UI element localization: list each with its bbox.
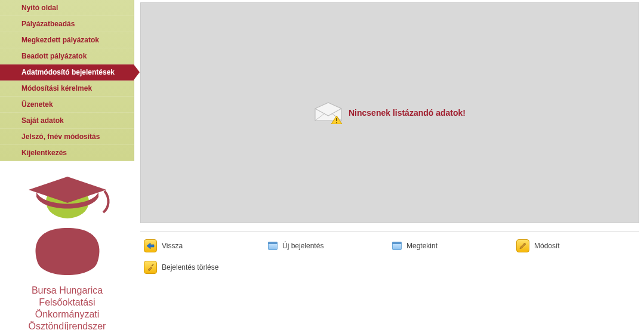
logo-area: Bursa Hungarica Felsőoktatási Önkormányz… bbox=[0, 161, 134, 330]
toolbar-separator bbox=[140, 232, 639, 232]
new-report-button[interactable]: Új bejelentés bbox=[266, 239, 390, 256]
menu-item-logout[interactable]: Kijelentkezés bbox=[0, 145, 134, 161]
view-button-label: Megtekint bbox=[406, 242, 437, 250]
window-new-icon bbox=[268, 242, 278, 250]
menu-item-modification-requests[interactable]: Módosítási kérelmek bbox=[0, 81, 134, 97]
window-view-icon bbox=[392, 242, 402, 250]
logo-line-3: Ösztöndíjrendszer bbox=[6, 320, 128, 330]
broom-icon bbox=[144, 261, 157, 274]
empty-state-text: Nincsenek listázandó adatok! bbox=[349, 108, 466, 118]
edit-button[interactable]: Módosít bbox=[514, 237, 638, 258]
action-toolbar: Vissza Új bejelentés Megtekint Módosít B… bbox=[140, 233, 639, 283]
data-list-panel: Nincsenek listázandó adatok! bbox=[140, 2, 639, 223]
logo-line-2: Felsőoktatási Önkormányzati bbox=[6, 297, 128, 320]
menu-item-home[interactable]: Nyitó oldal bbox=[0, 0, 134, 16]
new-report-label: Új bejelentés bbox=[282, 242, 323, 250]
menu-item-data-change-reports[interactable]: Adatmódosító bejelentések bbox=[0, 64, 134, 81]
menu-item-submitted-apps[interactable]: Beadott pályázatok bbox=[0, 48, 134, 64]
svg-point-4 bbox=[336, 122, 337, 124]
menu-item-messages[interactable]: Üzenetek bbox=[0, 97, 134, 113]
menu-item-change-password[interactable]: Jelszó, fnév módosítás bbox=[0, 129, 134, 145]
menu-item-started-apps[interactable]: Megkezdett pályázatok bbox=[0, 32, 134, 48]
arrow-left-icon bbox=[144, 239, 157, 252]
logo-text: Bursa Hungarica Felsőoktatási Önkormányz… bbox=[6, 285, 128, 330]
envelope-warning-icon bbox=[314, 101, 343, 124]
menu-item-own-data[interactable]: Saját adatok bbox=[0, 113, 134, 129]
empty-state: Nincsenek listázandó adatok! bbox=[314, 101, 466, 124]
sidebar: Nyitó oldal Pályázatbeadás Megkezdett pá… bbox=[0, 0, 134, 330]
main-content: Nincsenek listázandó adatok! Vissza Új b… bbox=[134, 0, 644, 330]
svg-line-5 bbox=[152, 264, 153, 266]
delete-report-label: Bejelentés törlése bbox=[162, 263, 218, 272]
edit-button-label: Módosít bbox=[534, 242, 560, 250]
main-menu: Nyitó oldal Pályázatbeadás Megkezdett pá… bbox=[0, 0, 134, 161]
delete-report-button[interactable]: Bejelentés törlése bbox=[141, 258, 638, 280]
pencil-icon bbox=[516, 239, 529, 252]
logo-line-1: Bursa Hungarica bbox=[6, 285, 128, 297]
back-button-label: Vissza bbox=[162, 242, 183, 250]
bursa-logo-icon bbox=[20, 173, 115, 280]
menu-item-submit[interactable]: Pályázatbeadás bbox=[0, 16, 134, 32]
back-button[interactable]: Vissza bbox=[141, 237, 266, 258]
view-button[interactable]: Megtekint bbox=[390, 239, 514, 256]
